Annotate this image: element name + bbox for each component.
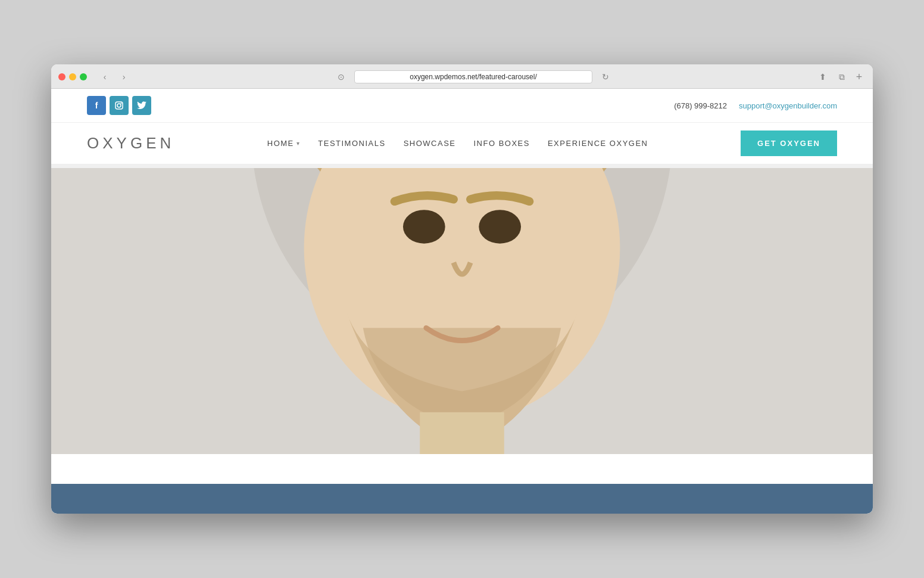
browser-chrome: ‹ › ⊙ oxygen.wpdemos.net/featured-carous… [51, 64, 873, 89]
carousel-section: HOLISTICLY SEIZE ROBUST FUNCTIONALITIES … [51, 168, 873, 454]
nav-home-chevron: ▾ [296, 140, 301, 147]
browser-actions: ⬆ ⧉ + [814, 70, 866, 83]
svg-rect-25 [643, 168, 873, 454]
address-bar[interactable]: oxygen.wpdemos.net/featured-carousel/ [354, 70, 592, 83]
new-tab-button[interactable]: + [853, 70, 866, 83]
reader-view-button[interactable]: ⊙ [333, 70, 349, 83]
navbar: OXYGEN HOME ▾ TESTIMONIALS SHOWCASE INFO… [51, 123, 873, 164]
nav-item-infoboxes[interactable]: INFO BOXES [473, 139, 529, 148]
nav-item-showcase[interactable]: SHOWCASE [404, 139, 456, 148]
carousel-spacer [51, 454, 873, 484]
share-button[interactable]: ⬆ [814, 70, 831, 83]
minimize-button[interactable] [69, 73, 76, 80]
svg-point-2 [121, 103, 122, 104]
footer-bar [51, 484, 873, 514]
contact-info: (678) 999-8212 support@oxygenbuilder.com [674, 101, 837, 110]
facebook-icon[interactable]: f [87, 96, 106, 115]
nav-links: HOME ▾ TESTIMONIALS SHOWCASE INFO BOXES … [267, 139, 648, 148]
nav-item-experience[interactable]: EXPERIENCE OXYGEN [548, 139, 648, 148]
instagram-icon[interactable] [110, 96, 129, 115]
close-button[interactable] [58, 73, 65, 80]
website-content: f (678) 999-8212 support@oxygenbuilder [51, 89, 873, 514]
browser-nav: ‹ › [96, 70, 132, 83]
social-icons: f [87, 96, 151, 115]
svg-point-1 [117, 104, 121, 107]
tabs-button[interactable]: ⧉ [834, 70, 850, 83]
nav-home-label: HOME [267, 139, 294, 148]
reload-button[interactable]: ↻ [597, 70, 614, 83]
forward-button[interactable]: › [116, 70, 132, 83]
phone-number: (678) 999-8212 [674, 101, 727, 110]
twitter-icon[interactable] [132, 96, 151, 115]
nav-item-home[interactable]: HOME ▾ [267, 139, 301, 148]
top-bar: f (678) 999-8212 support@oxygenbuilder [51, 89, 873, 123]
address-bar-container: ⊙ oxygen.wpdemos.net/featured-carousel/ … [137, 70, 810, 83]
carousel-slide-right [643, 168, 873, 454]
get-oxygen-button[interactable]: GET OXYGEN [741, 130, 837, 156]
site-logo[interactable]: OXYGEN [87, 134, 174, 153]
nav-item-testimonials[interactable]: TESTIMONIALS [318, 139, 385, 148]
traffic-lights [58, 73, 87, 80]
back-button[interactable]: ‹ [96, 70, 113, 83]
browser-window: ‹ › ⊙ oxygen.wpdemos.net/featured-carous… [51, 64, 873, 514]
maximize-button[interactable] [80, 73, 87, 80]
email-link[interactable]: support@oxygenbuilder.com [739, 101, 837, 110]
person-right-image [643, 168, 873, 454]
